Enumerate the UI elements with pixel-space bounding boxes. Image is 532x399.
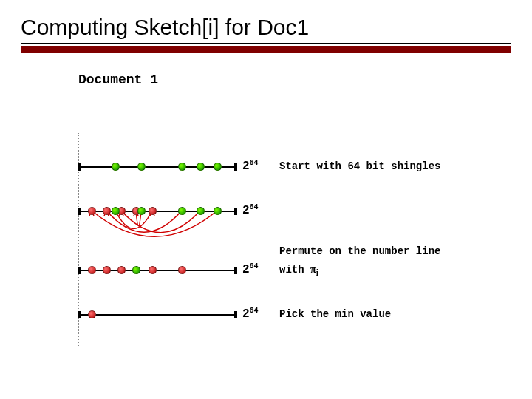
green-dot — [137, 163, 146, 171]
green-dot — [214, 207, 222, 215]
row3-desc: with πi — [279, 264, 318, 278]
red-dot — [178, 266, 186, 274]
red-dot — [117, 266, 126, 274]
green-dot — [214, 163, 222, 171]
axis-label-3: 264 — [242, 262, 259, 276]
document-label: Document 1 — [78, 72, 532, 87]
green-dot — [137, 207, 146, 215]
green-dot — [132, 266, 140, 274]
green-dot — [178, 163, 186, 171]
title-rule — [21, 43, 511, 53]
axis-label-4: 264 — [242, 307, 259, 321]
red-dot — [103, 207, 111, 215]
red-dot — [149, 266, 157, 274]
row1-desc: Start with 64 bit shingles — [279, 160, 440, 172]
axis-label-1: 264 — [242, 159, 259, 173]
page-title: Computing Sketch[i] for Doc1 — [0, 0, 532, 43]
red-dot — [88, 207, 96, 215]
green-dot — [197, 163, 205, 171]
red-dot — [88, 310, 96, 318]
green-dot — [112, 207, 120, 215]
green-dot — [197, 207, 205, 215]
row4-desc: Pick the min value — [279, 308, 391, 320]
row3-desc-pre: Permute on the number line — [279, 245, 440, 257]
number-line-4 — [78, 314, 237, 316]
red-dot — [103, 266, 111, 274]
red-dot — [149, 207, 157, 215]
axis-label-2: 264 — [242, 203, 259, 217]
green-dot — [178, 207, 186, 215]
red-dot — [88, 266, 96, 274]
diagram: 264 Start with 64 bit shingles 264 264 P… — [78, 133, 477, 355]
green-dot — [112, 163, 120, 171]
